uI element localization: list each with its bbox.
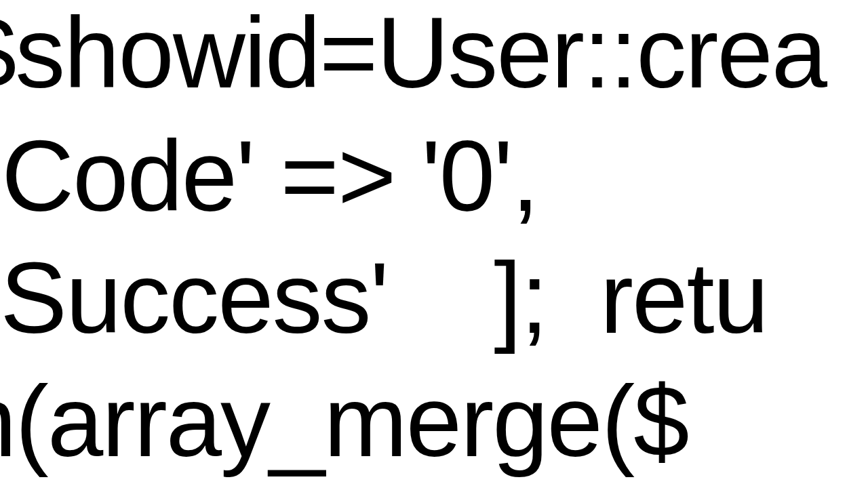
code-line-1: $showid=User::crea (0, 0, 826, 115)
code-line-2: usCode' => '0', (0, 115, 538, 238)
code-line-3: 'Success' ]; retu (0, 237, 768, 360)
code-line-4: son(array_merge($ (0, 361, 688, 483)
code-snippet: $showid=User::crea usCode' => '0', 'Succ… (0, 0, 868, 488)
